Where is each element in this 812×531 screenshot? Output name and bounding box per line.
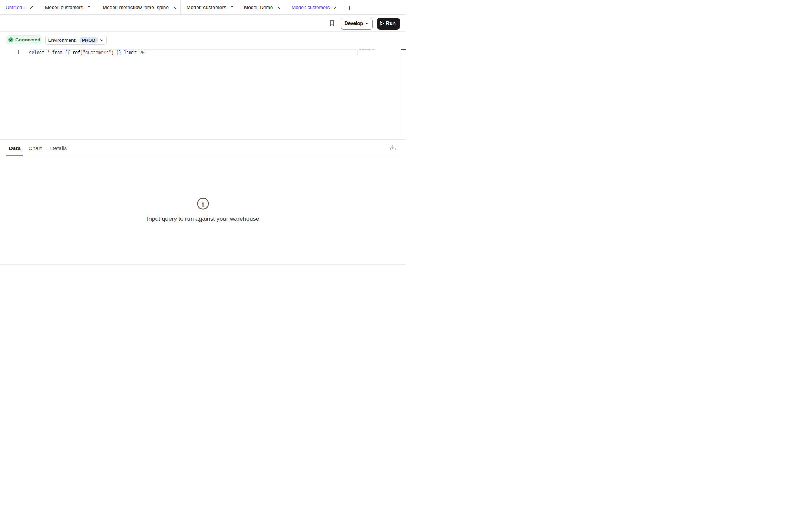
svg-text:i: i bbox=[202, 200, 204, 208]
